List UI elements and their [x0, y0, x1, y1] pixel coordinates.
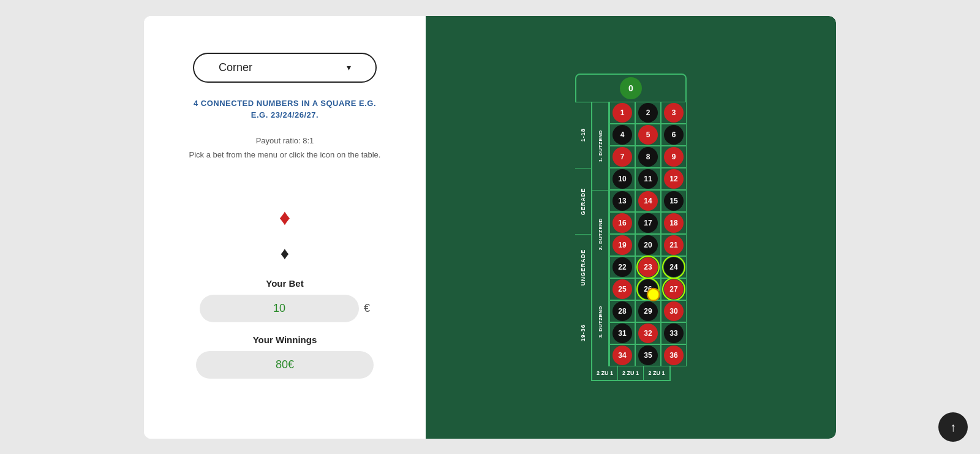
number-2[interactable]: 2: [635, 102, 661, 124]
number-circle-22: 22: [612, 257, 632, 277]
bet-type-selector[interactable]: Corner ▾: [193, 53, 377, 83]
number-1[interactable]: 1: [609, 102, 635, 124]
number-circle-32: 32: [638, 323, 658, 343]
bet-input-wrap: €: [168, 295, 401, 322]
bottom-label-1[interactable]: 2 ZU 1: [592, 366, 618, 380]
number-19[interactable]: 19: [609, 234, 635, 256]
number-8[interactable]: 8: [635, 146, 661, 168]
bottom-label-3[interactable]: 2 ZU 1: [644, 366, 669, 380]
number-circle-35: 35: [638, 346, 658, 365]
your-bet-label: Your Bet: [168, 278, 401, 289]
main-container: Corner ▾ 4 CONNECTED NUMBERS IN A SQUARE…: [144, 16, 836, 439]
number-circle-5: 5: [638, 125, 658, 145]
number-30[interactable]: 30: [661, 300, 687, 322]
number-circle-18: 18: [664, 213, 684, 233]
number-circle-36: 36: [664, 346, 684, 365]
number-23[interactable]: 23: [635, 256, 661, 278]
number-21[interactable]: 21: [661, 234, 687, 256]
number-circle-31: 31: [612, 323, 632, 343]
number-circle-12: 12: [664, 169, 684, 189]
number-circle-27: 27: [664, 279, 684, 299]
number-25[interactable]: 25: [609, 278, 635, 300]
number-circle-6: 6: [664, 125, 684, 145]
number-circle-1: 1: [612, 103, 632, 123]
winnings-input: [196, 351, 374, 379]
bet-chip: [647, 287, 660, 301]
number-circle-33: 33: [664, 323, 684, 343]
dutzend-label-1: 1. DUTZEND: [592, 102, 608, 190]
number-9[interactable]: 9: [661, 146, 687, 168]
side-label-gerade: GERADE: [575, 168, 591, 234]
number-29[interactable]: 29: [635, 300, 661, 322]
number-circle-4: 4: [612, 125, 632, 145]
bottom-labels: 2 ZU 1 2 ZU 1 2 ZU 1: [591, 366, 671, 381]
number-15[interactable]: 15: [661, 190, 687, 212]
dutzend-labels: 1. DUTZEND 2. DUTZEND 3. DUTZEND: [592, 102, 609, 366]
number-5[interactable]: 5: [635, 124, 661, 146]
right-panel: 0 1-18 GERADE UNGERADE 19-36 1. DUTZEND …: [426, 16, 836, 439]
bet-type-label: Corner: [219, 61, 252, 74]
dutzend-label-3: 3. DUTZEND: [592, 278, 608, 366]
number-3[interactable]: 3: [661, 102, 687, 124]
number-circle-30: 30: [664, 301, 684, 321]
number-circle-34: 34: [612, 346, 632, 365]
number-circle-24: 24: [664, 257, 684, 277]
number-18[interactable]: 18: [661, 212, 687, 234]
number-circle-29: 29: [638, 301, 658, 321]
number-circle-20: 20: [638, 235, 658, 255]
number-circle-10: 10: [612, 169, 632, 189]
number-circle-7: 7: [612, 147, 632, 167]
number-circle-3: 3: [664, 103, 684, 123]
number-13[interactable]: 13: [609, 190, 635, 212]
number-circle-19: 19: [612, 235, 632, 255]
side-label-1-18: 1-18: [575, 102, 591, 168]
number-28[interactable]: 28: [609, 300, 635, 322]
bet-description: 4 CONNECTED NUMBERS IN A SQUARE E.G. E.G…: [194, 97, 376, 121]
side-labels: 1-18 GERADE UNGERADE 19-36: [575, 102, 592, 366]
number-circle-9: 9: [664, 147, 684, 167]
number-7[interactable]: 7: [609, 146, 635, 168]
number-12[interactable]: 12: [661, 168, 687, 190]
number-14[interactable]: 14: [635, 190, 661, 212]
side-label-ungerade: UNGERADE: [575, 234, 591, 300]
number-circle-15: 15: [664, 191, 684, 211]
number-circle-21: 21: [664, 235, 684, 255]
number-circle-2: 2: [638, 103, 658, 123]
roulette-table: 0 1-18 GERADE UNGERADE 19-36 1. DUTZEND …: [575, 74, 687, 381]
side-label-19-36: 19-36: [575, 300, 591, 366]
euro-sign: €: [364, 302, 370, 315]
number-0[interactable]: 0: [620, 77, 642, 99]
number-11[interactable]: 11: [635, 168, 661, 190]
number-35[interactable]: 35: [635, 344, 661, 366]
scroll-top-button[interactable]: ↑: [938, 412, 968, 442]
number-circle-25: 25: [612, 279, 632, 299]
bottom-label-2[interactable]: 2 ZU 1: [618, 366, 644, 380]
chevron-down-icon: ▾: [347, 62, 351, 72]
number-4[interactable]: 4: [609, 124, 635, 146]
number-circle-8: 8: [638, 147, 658, 167]
number-24[interactable]: 24: [661, 256, 687, 278]
number-circle-14: 14: [638, 191, 658, 211]
number-32[interactable]: 32: [635, 322, 661, 344]
number-33[interactable]: 33: [661, 322, 687, 344]
number-17[interactable]: 17: [635, 212, 661, 234]
diamond-black-icon: ♦: [281, 244, 289, 263]
bet-input[interactable]: [200, 295, 359, 322]
number-circle-23: 23: [638, 257, 658, 277]
bet-section: Your Bet €: [168, 278, 401, 322]
number-16[interactable]: 16: [609, 212, 635, 234]
number-10[interactable]: 10: [609, 168, 635, 190]
number-36[interactable]: 36: [661, 344, 687, 366]
number-27[interactable]: 27: [661, 278, 687, 300]
number-22[interactable]: 22: [609, 256, 635, 278]
number-31[interactable]: 31: [609, 322, 635, 344]
number-grid: 1234567891011121314151617181920212223242…: [609, 102, 687, 366]
number-6[interactable]: 6: [661, 124, 687, 146]
number-34[interactable]: 34: [609, 344, 635, 366]
number-circle-16: 16: [612, 213, 632, 233]
number-20[interactable]: 20: [635, 234, 661, 256]
number-26[interactable]: 26: [635, 278, 661, 300]
payout-info: Payout ratio: 8:1 Pick a bet from the me…: [189, 134, 381, 162]
number-circle-13: 13: [612, 191, 632, 211]
left-panel: Corner ▾ 4 CONNECTED NUMBERS IN A SQUARE…: [144, 16, 426, 439]
